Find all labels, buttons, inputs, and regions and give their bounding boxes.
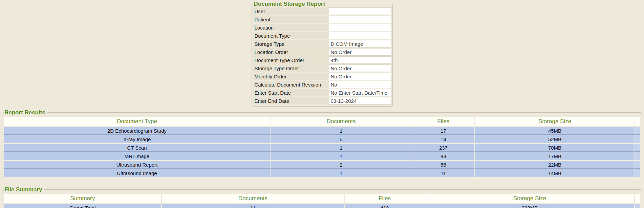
report-results-title: Report Results	[4, 109, 47, 116]
table-row: X-ray Image 5 14 52MB	[4, 135, 640, 143]
form-row-enter-end-date: Enter End Date 03-13-2024	[253, 97, 391, 105]
document-storage-report-panel: Document Storage Report User Patient Loc…	[252, 1, 393, 107]
monthly-order-label: Monthly Order	[253, 73, 329, 80]
cell-document-type: Ultrasound Image	[4, 169, 270, 177]
cell-filler	[635, 204, 640, 208]
cell-files: 17	[412, 127, 474, 135]
file-summary-panel: File Summary Summary Documents Files Sto…	[2, 186, 642, 208]
storage-type-order-field[interactable]: No Order	[329, 64, 391, 72]
table-row: 2D Echocardiogram Study 1 17 45MB	[4, 127, 640, 135]
location-order-field[interactable]: No Order	[329, 48, 391, 56]
form-row-storage-type: Storage Type DICOM Image	[253, 40, 391, 48]
cell-document-type: X-ray Image	[4, 135, 270, 143]
cell-documents: 1	[271, 127, 412, 135]
cell-documents: 5	[271, 135, 412, 143]
table-row: CT Scan 1 237 70MB	[4, 144, 640, 152]
document-type-order-label: Document Type Order	[253, 56, 329, 64]
enter-end-date-field[interactable]: 03-13-2024	[329, 97, 391, 105]
cell-documents: 2	[271, 161, 412, 169]
column-header-summary: Summary	[4, 194, 161, 203]
file-summary-title: File Summary	[4, 186, 44, 193]
column-header-files: Files	[345, 194, 425, 203]
cell-documents: 1	[271, 169, 412, 177]
grand-total-row: Grand Total 11 418 223MB	[4, 204, 640, 208]
form-row-user: User	[253, 7, 391, 15]
document-type-field[interactable]	[329, 32, 391, 39]
patient-field[interactable]	[329, 16, 391, 23]
table-row: MRI Image 1 83 17MB	[4, 152, 640, 160]
storage-type-order-label: Storage Type Order	[253, 64, 329, 72]
location-order-label: Location Order	[253, 48, 329, 56]
column-header-filler	[635, 194, 640, 203]
cell-storage-size: 14MB	[475, 169, 635, 177]
document-type-label: Document Type	[253, 32, 329, 39]
cell-files: 418	[345, 204, 425, 208]
column-header-documents: Documents	[271, 117, 412, 126]
file-summary-table: Summary Documents Files Storage Size Gra…	[3, 193, 641, 208]
cell-filler	[635, 161, 640, 169]
cell-filler	[635, 144, 640, 152]
cell-filler	[635, 135, 640, 143]
enter-start-date-label: Enter Start Date	[253, 89, 329, 96]
column-header-document-type: Document Type	[4, 117, 270, 126]
storage-type-label: Storage Type	[253, 40, 329, 48]
table-row: Ultrasound Report 2 56 22MB	[4, 161, 640, 169]
form-row-enter-start-date: Enter Start Date No Enter Start Date/Tim…	[253, 89, 391, 96]
location-field[interactable]	[329, 24, 391, 31]
cell-storage-size: 223MB	[425, 204, 634, 208]
cell-storage-size: 22MB	[475, 161, 635, 169]
patient-label: Patient	[253, 16, 329, 23]
cell-filler	[635, 169, 640, 177]
location-label: Location	[253, 24, 329, 31]
cell-documents: 11	[162, 204, 344, 208]
column-header-files: Files	[412, 117, 474, 126]
file-summary-header-row: Summary Documents Files Storage Size	[4, 194, 640, 203]
enter-end-date-label: Enter End Date	[253, 97, 329, 105]
form-row-location-order: Location Order No Order	[253, 48, 391, 56]
cell-files: 14	[412, 135, 474, 143]
cell-document-type: CT Scan	[4, 144, 270, 152]
report-results-table: Document Type Documents Files Storage Si…	[3, 116, 641, 178]
document-storage-report-title: Document Storage Report	[254, 1, 327, 7]
cell-summary: Grand Total	[4, 204, 161, 208]
cell-filler	[635, 127, 640, 135]
cell-storage-size: 45MB	[475, 127, 635, 135]
monthly-order-field[interactable]: No Order	[329, 73, 391, 80]
cell-files: 83	[412, 152, 474, 160]
cell-document-type: MRI Image	[4, 152, 270, 160]
cell-files: 237	[412, 144, 474, 152]
cell-files: 11	[412, 169, 474, 177]
form-row-storage-type-order: Storage Type Order No Order	[253, 64, 391, 72]
column-header-filler	[635, 117, 640, 126]
cell-storage-size: 17MB	[475, 152, 635, 160]
cell-document-type: 2D Echocardiogram Study	[4, 127, 270, 135]
calculate-document-revision-field[interactable]: No	[329, 81, 391, 88]
form-row-patient: Patient	[253, 16, 391, 23]
user-label: User	[253, 7, 329, 15]
column-header-documents: Documents	[162, 194, 344, 203]
storage-type-field[interactable]: DICOM Image	[329, 40, 391, 48]
cell-files: 56	[412, 161, 474, 169]
form-row-document-type-order: Document Type Order 4th	[253, 56, 391, 64]
cell-document-type: Ultrasound Report	[4, 161, 270, 169]
report-results-header-row: Document Type Documents Files Storage Si…	[4, 117, 640, 126]
cell-documents: 1	[271, 152, 412, 160]
cell-storage-size: 52MB	[475, 135, 635, 143]
form-row-calculate-document-revision: Calculate Document Revision No	[253, 81, 391, 88]
column-header-storage-size: Storage Size	[475, 117, 635, 126]
form-row-location: Location	[253, 24, 391, 31]
report-results-panel: Report Results Document Type Documents F…	[2, 109, 642, 179]
column-header-storage-size: Storage Size	[425, 194, 634, 203]
cell-filler	[635, 152, 640, 160]
form-row-monthly-order: Monthly Order No Order	[253, 73, 391, 80]
table-row: Ultrasound Image 1 11 14MB	[4, 169, 640, 177]
enter-start-date-field[interactable]: No Enter Start Date/Time	[329, 89, 391, 96]
cell-documents: 1	[271, 144, 412, 152]
calculate-document-revision-label: Calculate Document Revision	[253, 81, 329, 88]
document-type-order-field[interactable]: 4th	[329, 56, 391, 64]
cell-storage-size: 70MB	[475, 144, 635, 152]
form-row-document-type: Document Type	[253, 32, 391, 39]
user-field[interactable]	[329, 7, 391, 15]
